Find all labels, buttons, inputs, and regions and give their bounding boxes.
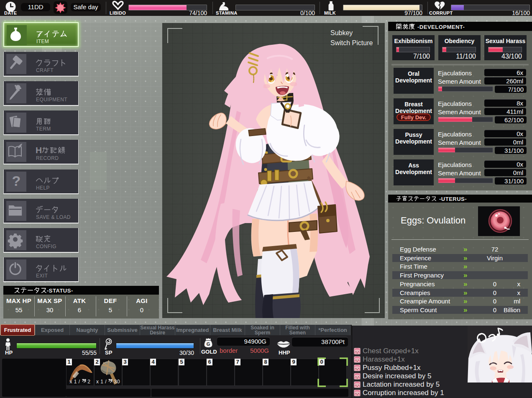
svg-text:G: G <box>207 342 210 347</box>
